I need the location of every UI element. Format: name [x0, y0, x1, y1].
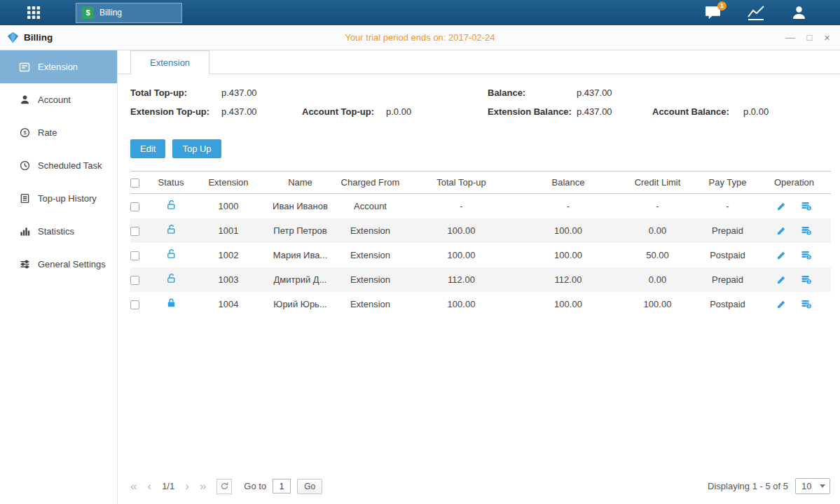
- extension-topup-label: Extension Top-up:: [130, 106, 221, 117]
- column-status: Status: [149, 172, 193, 194]
- cell-name: Иван Иванов: [263, 194, 337, 218]
- cell-credit-limit: 0.00: [617, 218, 698, 243]
- cell-credit-limit: 100.00: [617, 292, 698, 316]
- tab-strip: Extension: [118, 50, 840, 74]
- apps-grid-icon[interactable]: [25, 4, 42, 21]
- displaying-text: Displaying 1 - 5 of 5: [708, 481, 788, 491]
- topup-row-icon[interactable]: $: [801, 225, 812, 236]
- cell-balance: -: [519, 194, 617, 218]
- edit-row-icon[interactable]: [776, 299, 787, 309]
- sidebar-item-label: Scheduled Task: [38, 160, 102, 171]
- messages-icon[interactable]: 1: [704, 5, 722, 21]
- tab-extension[interactable]: Extension: [130, 50, 209, 75]
- sidebar-item-label: Top-up History: [38, 193, 97, 204]
- prev-page-button[interactable]: ‹: [147, 480, 151, 492]
- cell-pay-type: Prepaid: [698, 218, 757, 243]
- column-name: Name: [263, 172, 337, 194]
- status-lock-icon: [166, 224, 177, 234]
- table-row: 1000 Иван Иванов Account - - - - $: [130, 194, 831, 218]
- cell-charged-from: Extension: [337, 243, 404, 267]
- status-lock-icon: [166, 248, 177, 259]
- sidebar-item-extension[interactable]: Extension: [0, 50, 117, 83]
- cell-credit-limit: 0.00: [617, 267, 698, 292]
- sidebar-item-general-settings[interactable]: General Settings: [0, 248, 117, 281]
- topbar-tab-label: Billing: [99, 8, 122, 18]
- cell-total-topup: 100.00: [404, 292, 519, 316]
- next-page-button[interactable]: ›: [185, 480, 189, 492]
- sidebar: Extension Account $ Rate: [0, 50, 118, 504]
- cell-charged-from: Extension: [337, 267, 404, 292]
- row-checkbox[interactable]: [130, 202, 139, 211]
- table-header-row: Status Extension Name Charged From Total…: [130, 172, 831, 194]
- extension-table: Status Extension Name Charged From Total…: [130, 171, 831, 316]
- sidebar-item-topup-history[interactable]: Top-up History: [0, 182, 117, 215]
- row-checkbox[interactable]: [130, 251, 139, 260]
- cell-pay-type: Prepaid: [698, 267, 757, 292]
- rate-coin-icon: $: [19, 127, 30, 138]
- go-button[interactable]: Go: [297, 479, 322, 494]
- minimize-button[interactable]: —: [785, 33, 794, 42]
- maximize-button[interactable]: □: [806, 33, 812, 42]
- cell-balance: 100.00: [519, 218, 617, 243]
- edit-row-icon[interactable]: [776, 250, 787, 260]
- top-up-button[interactable]: Top Up: [172, 139, 221, 158]
- cell-total-topup: 112.00: [404, 267, 519, 292]
- sidebar-item-label: Rate: [38, 127, 57, 138]
- cell-balance: 112.00: [519, 267, 617, 292]
- row-checkbox[interactable]: [130, 276, 139, 285]
- table-row: 1003 Дмитрий Д... Extension 112.00 112.0…: [130, 267, 831, 292]
- svg-text:$: $: [808, 279, 810, 284]
- edit-button[interactable]: Edit: [130, 139, 165, 158]
- user-icon[interactable]: [790, 4, 808, 21]
- account-balance-label: Account Balance:: [652, 106, 743, 117]
- cell-balance: 100.00: [519, 243, 617, 267]
- edit-row-icon[interactable]: [776, 201, 787, 211]
- topup-row-icon[interactable]: $: [801, 250, 812, 260]
- balance-label: Balance:: [488, 88, 577, 98]
- topup-row-icon[interactable]: $: [801, 201, 812, 211]
- status-lock-icon: [166, 200, 177, 210]
- reports-chart-icon[interactable]: [747, 5, 765, 20]
- cell-name: Мария Ива...: [263, 243, 337, 267]
- sidebar-item-rate[interactable]: $ Rate: [0, 116, 117, 149]
- sidebar-item-account[interactable]: Account: [0, 83, 117, 116]
- first-page-button[interactable]: «: [130, 480, 137, 492]
- notification-badge: 1: [717, 1, 727, 10]
- refresh-button[interactable]: [216, 479, 232, 494]
- row-checkbox[interactable]: [130, 300, 139, 309]
- clock-icon: [19, 160, 30, 171]
- topbar-right-icons: 1: [704, 4, 808, 21]
- account-topup-value: p.0.00: [386, 106, 411, 117]
- cell-name: Дмитрий Д...: [263, 267, 337, 292]
- last-page-button[interactable]: »: [200, 480, 206, 492]
- status-lock-icon: [166, 298, 177, 308]
- table-row: 1002 Мария Ива... Extension 100.00 100.0…: [130, 243, 831, 267]
- window-titlebar: Billing Your trial period ends on: 2017-…: [0, 25, 840, 50]
- sidebar-item-scheduled-task[interactable]: Scheduled Task: [0, 149, 117, 182]
- account-balance-value: p.0.00: [743, 106, 769, 117]
- page-size-select[interactable]: 10: [795, 478, 830, 494]
- trial-notice: Your trial period ends on: 2017-02-24: [0, 32, 840, 43]
- sidebar-item-statistics[interactable]: Statistics: [0, 215, 117, 248]
- topup-row-icon[interactable]: $: [801, 299, 812, 309]
- page-size-value: 10: [801, 481, 811, 491]
- cell-pay-type: Postpaid: [698, 292, 757, 316]
- select-all-checkbox[interactable]: [130, 178, 139, 188]
- svg-text:$: $: [23, 130, 27, 136]
- column-extension: Extension: [193, 172, 263, 194]
- cell-pay-type: Postpaid: [698, 243, 757, 267]
- close-button[interactable]: ×: [824, 32, 830, 43]
- topbar-billing-tab[interactable]: $ Billing: [76, 3, 182, 23]
- edit-row-icon[interactable]: [776, 274, 787, 285]
- cell-charged-from: Extension: [337, 292, 404, 316]
- cell-extension: 1002: [193, 243, 263, 267]
- total-topup-label: Total Top-up:: [130, 88, 221, 98]
- row-checkbox[interactable]: [130, 227, 139, 236]
- sidebar-item-label: Account: [38, 94, 71, 105]
- column-credit-limit: Credit Limit: [617, 172, 698, 194]
- status-lock-icon: [166, 273, 177, 284]
- topup-row-icon[interactable]: $: [801, 274, 812, 285]
- edit-row-icon[interactable]: [776, 225, 787, 236]
- cell-total-topup: 100.00: [404, 218, 519, 243]
- goto-page-input[interactable]: [273, 479, 291, 493]
